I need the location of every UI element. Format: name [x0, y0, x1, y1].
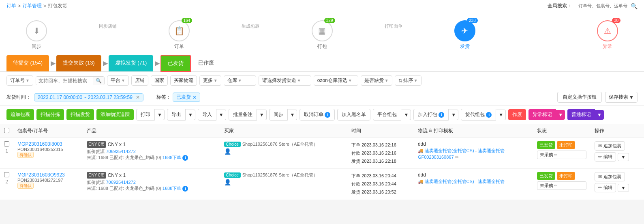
- void-button[interactable]: 作废: [508, 109, 526, 120]
- filter-store-label: 店铺: [135, 77, 145, 84]
- filter-country[interactable]: 国家: [151, 75, 168, 86]
- filter-country-label: 国家: [154, 77, 164, 84]
- filter-more[interactable]: 更多 ▼: [199, 75, 221, 86]
- row2-add-pack-label: 追加包裹: [603, 174, 621, 179]
- normal-mark-arrow[interactable]: ▼: [595, 110, 604, 120]
- filter-warehouse[interactable]: 仓库 ▼: [224, 75, 256, 86]
- pipeline-step-anomaly[interactable]: 30 ⚠ 异常: [587, 20, 628, 50]
- row1-product-price-label: 低价货源 706925414272: [87, 149, 216, 155]
- sync-arrow-button[interactable]: ▼: [288, 110, 297, 120]
- select-all-checkbox[interactable]: [4, 128, 9, 133]
- row1-product-price[interactable]: 706925414272: [106, 149, 135, 154]
- search-input[interactable]: [36, 77, 93, 85]
- custom-op-btn[interactable]: 自定义操作按钮: [557, 92, 602, 103]
- row2-edit-arrow-btn[interactable]: ▼: [618, 184, 629, 192]
- normal-mark-button[interactable]: 普通标记: [567, 109, 595, 120]
- filter-sort-arrow: ▼: [414, 78, 418, 83]
- pipeline-step-sync[interactable]: ⬇ 同步: [16, 20, 57, 50]
- batch-note-arrow-button[interactable]: ▼: [257, 110, 267, 120]
- row2-logistics-service-link[interactable]: 速卖通全托管(全托管CS): [425, 179, 474, 184]
- print-button-group: 打印 ▼: [136, 109, 165, 121]
- row1-add-pack-btn[interactable]: ✉ 追加包裹: [595, 141, 625, 151]
- row2-product-name: CNY x 1: [108, 172, 126, 178]
- step-circle-sync: ⬇: [26, 20, 47, 41]
- date-filter-value: 2023.01.17 00:00:00 ~ 2023.03.17 23:59:5…: [34, 93, 143, 101]
- tag-filter-text: 已发货: [176, 94, 191, 101]
- print-arrow-button[interactable]: ▼: [155, 110, 165, 120]
- filter-order-no-arrow: ▼: [26, 78, 30, 83]
- anomaly-mark-arrow[interactable]: ▼: [556, 110, 565, 120]
- add-pack-button[interactable]: 追加包裹: [6, 109, 34, 120]
- date-filter-clear[interactable]: ✕: [136, 95, 140, 100]
- filter-platform[interactable]: 平台 ▼: [107, 75, 129, 86]
- row2-time-pay: 付款 2023.03.16 20:44: [351, 180, 410, 188]
- step-circle-order: 164 📋: [169, 20, 190, 41]
- anomaly-mark-button[interactable]: 异常标记: [528, 109, 556, 120]
- filter-is-sample[interactable]: 是否缺货 ▼: [361, 75, 392, 86]
- add-to-pack-arrow[interactable]: ▼: [449, 110, 458, 120]
- pipeline-step-ship[interactable]: 238 ✈ 发货: [445, 20, 485, 50]
- tab-shipped[interactable]: 已发货: [160, 55, 191, 72]
- search-icon[interactable]: 🔍: [93, 77, 104, 85]
- tab-voided[interactable]: 已作废: [192, 55, 220, 71]
- row2-logistics-link[interactable]: 速卖通全托管: [478, 179, 505, 184]
- row2-status-unprinted: 未打印: [557, 172, 575, 180]
- row1-edit-arrow-btn[interactable]: ▼: [618, 153, 629, 161]
- add-to-pack-button[interactable]: 加入打包 ℹ: [413, 109, 449, 121]
- filter-ship-channel[interactable]: 请选择发货渠道 ▼: [259, 75, 311, 86]
- agent-pack-button[interactable]: 货代组包 ℹ: [461, 109, 496, 121]
- filter-order-no[interactable]: 订单号 ▼: [6, 75, 33, 86]
- row1-logistics-edit-icon[interactable]: ✏: [455, 155, 459, 159]
- row1-edit-btn[interactable]: ✏ 编辑: [595, 152, 616, 162]
- tab-pending[interactable]: 待提交 (154): [6, 55, 49, 71]
- breadcrumb-order[interactable]: 订单: [6, 2, 16, 9]
- pipeline-step-pack[interactable]: 329 ▦ 打包: [302, 20, 342, 50]
- breadcrumb-order-mgmt[interactable]: 订单管理: [22, 2, 42, 9]
- step-label-ship: 发货: [460, 43, 470, 50]
- row1-product-link[interactable]: 1688下单: [163, 155, 181, 160]
- row2-pack-no[interactable]: MGP23031603O9923: [17, 172, 79, 178]
- global-search-button[interactable]: 🔍: [631, 3, 638, 9]
- platform-pack-arrow[interactable]: ▼: [401, 110, 411, 120]
- filter-store[interactable]: 店铺: [131, 75, 148, 86]
- add-logistics-button[interactable]: 添加物流追踪: [96, 109, 134, 120]
- scan-ship-button[interactable]: 扫描发货: [66, 109, 94, 120]
- row2-product-link[interactable]: 1688下单: [163, 186, 181, 191]
- tab-failed[interactable]: 提交失败 (13): [56, 55, 101, 71]
- tag-filter-clear[interactable]: ✕: [193, 95, 197, 100]
- blacklist-button[interactable]: 加入黑名单: [337, 109, 370, 121]
- sync-button[interactable]: 同步: [269, 109, 288, 121]
- row1-product-name: CNY x 1: [108, 142, 126, 147]
- filter-search-box[interactable]: 🔍: [36, 76, 105, 85]
- import-button[interactable]: 导入: [198, 109, 216, 121]
- add-to-pack-label: 加入打包: [418, 111, 437, 118]
- order-badge: 164: [182, 18, 193, 23]
- platform-pack-button[interactable]: 平台组包: [373, 109, 401, 121]
- row2-add-pack-btn[interactable]: ✉ 追加包裹: [595, 172, 625, 181]
- filter-buyer-logistics[interactable]: 买家物流: [170, 75, 197, 86]
- export-button[interactable]: 导出: [167, 109, 186, 121]
- batch-note-button[interactable]: 批量备注: [229, 109, 257, 121]
- scan-split-button[interactable]: 扫描分拣: [36, 109, 64, 120]
- agent-pack-arrow[interactable]: ▼: [496, 110, 506, 120]
- row1-logistics-id[interactable]: GF002303160867: [418, 155, 454, 159]
- row2-checkbox[interactable]: [4, 172, 9, 177]
- filter-sort[interactable]: ⇅ 排序 ▼: [395, 75, 421, 86]
- pipeline-step-order[interactable]: 164 📋 订单: [159, 20, 199, 50]
- filter-ozon-warehouse[interactable]: ozon仓库筛选 ▼: [314, 75, 358, 86]
- tab-virtual[interactable]: 虚拟发货 (71): [109, 55, 154, 71]
- import-arrow-button[interactable]: ▼: [216, 110, 226, 120]
- step-label-pack: 打包: [317, 43, 327, 50]
- row1-checkbox[interactable]: [4, 141, 9, 146]
- row1-logistics-service-link[interactable]: 速卖通全托管(全托管CS): [425, 148, 474, 153]
- row2-time-ship: 发货 2023.03.16 20:52: [351, 188, 410, 196]
- row1-pack-no[interactable]: MGP23031603I8003: [17, 141, 79, 147]
- print-button[interactable]: 打印: [136, 109, 155, 121]
- export-arrow-button[interactable]: ▼: [186, 110, 195, 120]
- row1-logistics-link[interactable]: 速卖通全托管: [478, 148, 505, 153]
- save-search-btn[interactable]: 保存搜索 ▼: [605, 92, 638, 103]
- row2-product-price[interactable]: 706925414272: [106, 180, 135, 185]
- cancel-order-button[interactable]: 取消订单 ℹ: [300, 109, 335, 121]
- row2-status-shipped: 已发货: [537, 172, 555, 180]
- row2-edit-btn[interactable]: ✏ 编辑: [595, 183, 616, 192]
